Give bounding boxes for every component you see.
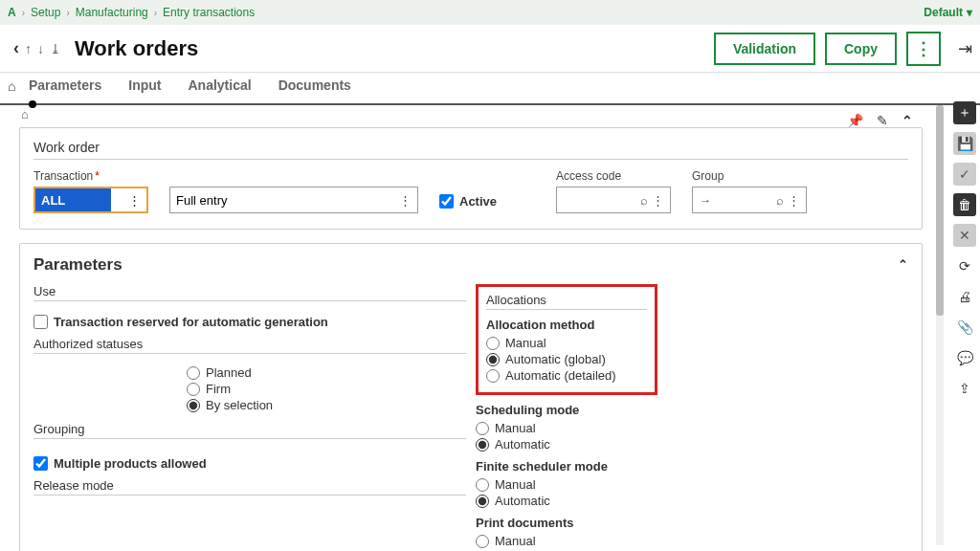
breadcrumb: A › Setup › Manufacturing › Entry transa… xyxy=(8,6,255,19)
access-code-label: Access code xyxy=(556,169,671,183)
page-title: Work orders xyxy=(75,36,714,61)
comment-icon: 💬 xyxy=(957,350,973,365)
entry-type-input[interactable] xyxy=(170,187,393,212)
caret-down-icon: ▾ xyxy=(967,6,972,19)
work-order-title: Work order xyxy=(33,140,908,155)
parameters-title: Parameters xyxy=(33,255,908,275)
search-icon[interactable]: ⌕ xyxy=(117,193,124,208)
close-icon: ✕ xyxy=(959,228,970,243)
work-order-section: Work order Transaction* ⌕⋮ ⋮ Active xyxy=(19,127,923,230)
breadcrumb-manufacturing[interactable]: Manufacturing xyxy=(76,6,148,19)
sidebar-attach-button[interactable]: 📎 xyxy=(953,316,976,339)
sched-manual-radio[interactable] xyxy=(476,422,489,435)
share-icon: ⇪ xyxy=(959,381,970,396)
nav-download-icon[interactable]: ⤓ xyxy=(50,41,61,56)
sidebar-refresh-button[interactable]: ⟳ xyxy=(953,254,976,277)
kebab-icon[interactable]: ⋮ xyxy=(399,193,412,208)
more-actions-button[interactable]: ⋮ xyxy=(906,32,941,66)
transaction-label: Transaction* xyxy=(33,169,148,183)
nav-up-icon[interactable]: ↑ xyxy=(25,41,32,56)
finite-auto-radio[interactable] xyxy=(476,495,489,508)
search-icon[interactable]: ⌕ xyxy=(640,193,648,208)
tab-analytical[interactable]: Analytical xyxy=(189,77,252,99)
status-planned-radio[interactable] xyxy=(187,366,200,380)
home-icon[interactable]: ⌂ xyxy=(8,78,15,94)
use-heading: Use xyxy=(33,284,466,298)
chevron-right-icon: › xyxy=(154,8,157,18)
home-mini-icon[interactable]: ⌂ xyxy=(21,107,923,121)
alloc-manual-radio[interactable] xyxy=(486,337,500,350)
transaction-reserved-checkbox[interactable] xyxy=(33,315,48,329)
entry-type-input-group[interactable]: ⋮ xyxy=(169,187,418,213)
paperclip-icon: 📎 xyxy=(957,320,973,335)
kebab-icon: ⋮ xyxy=(915,38,932,59)
save-icon: 💾 xyxy=(957,136,973,151)
allocations-heading: Allocations xyxy=(486,293,647,307)
sidebar-delete-button[interactable]: 🗑 xyxy=(953,193,976,216)
tab-input[interactable]: Input xyxy=(128,77,161,99)
print-documents-label: Print documents xyxy=(476,516,908,530)
group-input-group[interactable]: ⌕⋮ xyxy=(692,187,807,213)
transaction-input[interactable] xyxy=(35,188,111,211)
group-input[interactable] xyxy=(693,187,770,212)
breadcrumb-home-icon[interactable]: A xyxy=(8,6,16,19)
multi-products-label: Multiple products allowed xyxy=(54,456,207,471)
default-dropdown[interactable]: Default ▾ xyxy=(924,6,972,19)
sidebar-add-button[interactable]: ＋ xyxy=(953,101,976,124)
sidebar-share-button[interactable]: ⇪ xyxy=(953,377,976,400)
auth-statuses-heading: Authorized statuses xyxy=(33,337,466,351)
nav-down-icon[interactable]: ↓ xyxy=(37,41,44,56)
copy-button[interactable]: Copy xyxy=(825,33,897,65)
chevron-right-icon: › xyxy=(66,8,69,18)
breadcrumb-setup[interactable]: Setup xyxy=(31,6,60,19)
access-code-input-group[interactable]: ⌕⋮ xyxy=(556,187,671,213)
transaction-input-group[interactable]: ⌕⋮ xyxy=(33,187,148,213)
alloc-auto-global-radio[interactable] xyxy=(486,353,500,366)
tab-documents[interactable]: Documents xyxy=(278,77,351,99)
parameters-section: Parameters ⌃ Use Transaction reserved fo… xyxy=(19,243,923,551)
status-by-selection-radio[interactable] xyxy=(187,399,200,412)
active-label: Active xyxy=(459,194,497,209)
scrollbar-thumb[interactable] xyxy=(936,105,944,316)
grouping-heading: Grouping xyxy=(33,422,466,436)
scrollbar[interactable] xyxy=(936,105,944,545)
status-firm-radio[interactable] xyxy=(187,383,200,396)
exit-icon[interactable]: ⇥ xyxy=(958,38,972,59)
trash-icon: 🗑 xyxy=(958,197,971,212)
transaction-reserved-label: Transaction reserved for automatic gener… xyxy=(54,315,328,329)
nav-back-icon[interactable]: ‹ xyxy=(13,38,19,58)
print-manual-radio[interactable] xyxy=(476,535,489,548)
active-checkbox[interactable] xyxy=(439,194,454,209)
sidebar-comment-button[interactable]: 💬 xyxy=(953,346,976,369)
group-label: Group xyxy=(692,169,807,183)
search-icon[interactable]: ⌕ xyxy=(776,193,784,208)
print-icon: 🖨 xyxy=(958,289,971,304)
kebab-icon[interactable]: ⋮ xyxy=(652,193,664,208)
scheduling-mode-label: Scheduling mode xyxy=(476,403,908,417)
allocations-highlight-box: Allocations Allocation method Manual Aut… xyxy=(476,284,657,395)
refresh-icon: ⟳ xyxy=(959,258,970,274)
kebab-icon[interactable]: ⋮ xyxy=(788,193,800,208)
plus-icon: ＋ xyxy=(958,104,971,121)
sidebar-save-button[interactable]: 💾 xyxy=(953,132,976,155)
sidebar-print-button[interactable]: 🖨 xyxy=(953,285,976,308)
sidebar-close-button[interactable]: ✕ xyxy=(953,224,976,247)
multi-products-checkbox[interactable] xyxy=(33,456,48,471)
finite-manual-radio[interactable] xyxy=(476,478,489,492)
sidebar-check-button[interactable]: ✓ xyxy=(953,163,976,186)
sched-auto-radio[interactable] xyxy=(476,438,489,452)
chevron-right-icon: › xyxy=(22,8,25,18)
breadcrumb-entry-transactions[interactable]: Entry transactions xyxy=(163,6,255,19)
access-code-input[interactable] xyxy=(557,187,635,212)
validation-button[interactable]: Validation xyxy=(714,33,815,65)
kebab-icon[interactable]: ⋮ xyxy=(128,193,141,208)
parameters-collapse-icon[interactable]: ⌃ xyxy=(898,257,908,272)
check-icon: ✓ xyxy=(959,166,970,182)
finite-scheduler-label: Finite scheduler mode xyxy=(476,459,908,474)
allocation-method-label: Allocation method xyxy=(486,318,647,332)
release-mode-heading: Release mode xyxy=(33,478,466,493)
alloc-auto-detailed-radio[interactable] xyxy=(486,369,500,383)
tab-parameters[interactable]: Parameters xyxy=(29,77,101,99)
